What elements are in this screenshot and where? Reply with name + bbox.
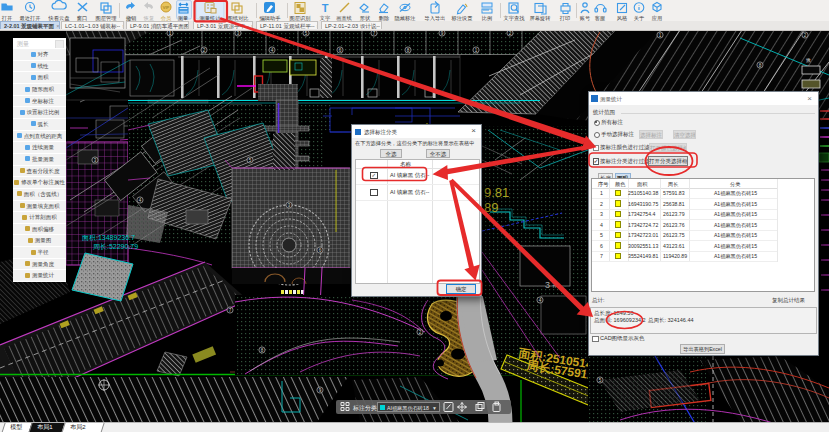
- svg-text:89: 89: [484, 200, 498, 215]
- svg-text:周长:52290.79: 周长:52290.79: [93, 243, 138, 250]
- svg-text:豫: 豫: [806, 57, 811, 63]
- svg-text:9.81: 9.81: [484, 185, 509, 200]
- svg-text:面积:13489236.7: 面积:13489236.7: [81, 234, 135, 242]
- svg-text:3 #: 3 #: [545, 280, 558, 290]
